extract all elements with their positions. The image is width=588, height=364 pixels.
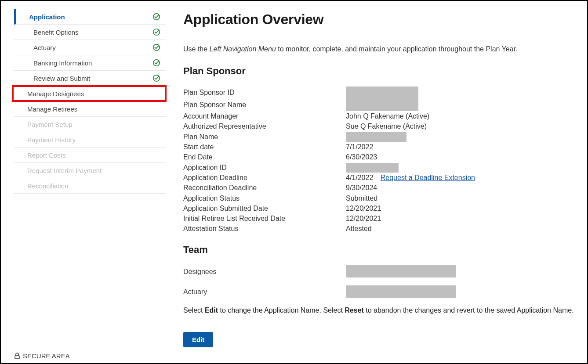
row-plan-sponsor-name: Plan Sponsor Name <box>183 99 574 111</box>
value: 12/20/2021 <box>346 203 381 213</box>
label: Authorized Representative <box>183 121 346 131</box>
row-plan-sponsor-id: Plan Sponsor ID <box>183 86 574 99</box>
nav-label: Review and Submit <box>33 75 90 82</box>
plan-sponsor-heading: Plan Sponsor <box>183 65 574 77</box>
secure-area-label: SECURE AREA <box>23 352 70 360</box>
row-reconciliation-deadline: Reconciliation Deadline 9/30/2024 <box>183 183 574 193</box>
value: 6/30/2023 <box>346 152 377 162</box>
row-application-id: Application ID <box>183 162 574 173</box>
label: Initial Retiree List Received Date <box>183 213 346 223</box>
redacted-value <box>346 163 399 173</box>
lock-icon <box>14 353 20 360</box>
value: Sue Q Fakename (Active) <box>346 121 427 131</box>
value: 4/1/2022 <box>346 174 373 181</box>
label: Attestation Status <box>183 223 346 234</box>
nav-label: Report Costs <box>27 151 66 159</box>
row-actuary: Actuary <box>183 285 574 298</box>
value: Submitted <box>346 193 377 203</box>
nav-label: Reconciliation <box>27 182 68 190</box>
nav-banking-information[interactable]: Banking Information <box>14 55 166 71</box>
nav-request-interim-payment: Request Interim Payment <box>14 163 166 178</box>
nav-manage-designees[interactable]: Manage Designees <box>14 86 166 101</box>
nav-label: Payment History <box>27 136 76 144</box>
label: End Date <box>183 152 346 162</box>
svg-point-0 <box>153 14 160 20</box>
row-start-date: Start date 7/1/2022 <box>183 142 574 152</box>
nav-label: Manage Retirees <box>27 105 77 113</box>
redacted-value <box>346 265 456 278</box>
row-application-submitted-date: Application Submitted Date 12/20/2021 <box>183 203 574 213</box>
label: Plan Name <box>183 132 346 142</box>
nav-label: Benefit Options <box>33 29 79 36</box>
nav-actuary[interactable]: Actuary <box>14 40 166 55</box>
row-attestation-status: Attestation Status Attested <box>183 223 574 234</box>
label: Account Manager <box>183 111 346 121</box>
nav-manage-retirees[interactable]: Manage Retirees <box>14 101 166 117</box>
svg-rect-5 <box>15 356 19 359</box>
nav-reconciliation: Reconciliation <box>14 178 166 194</box>
row-designees: Designees <box>183 265 574 278</box>
redacted-value <box>346 86 418 99</box>
row-authorized-rep: Authorized Representative Sue Q Fakename… <box>183 121 574 131</box>
nav-review-and-submit[interactable]: Review and Submit <box>14 71 166 86</box>
value: 9/30/2024 <box>346 183 377 193</box>
svg-point-1 <box>153 29 160 35</box>
nav-label: Banking Information <box>33 59 92 67</box>
nav-label: Actuary <box>33 44 56 51</box>
label: Application Status <box>183 193 346 203</box>
page-title: Application Overview <box>183 11 574 28</box>
nav-report-costs: Report Costs <box>14 148 166 163</box>
check-icon <box>152 59 161 67</box>
check-icon <box>152 28 161 36</box>
value: John Q Fakename (Active) <box>346 111 429 121</box>
nav-label: Application <box>29 13 65 21</box>
secure-area-indicator: SECURE AREA <box>14 352 70 360</box>
label: Designees <box>183 267 346 277</box>
nav-label: Manage Designees <box>27 90 84 97</box>
check-icon <box>152 13 161 21</box>
check-icon <box>152 43 161 51</box>
edit-button[interactable]: Edit <box>183 332 213 347</box>
svg-point-4 <box>153 75 160 81</box>
row-application-deadline: Application Deadline 4/1/2022 Request a … <box>183 173 574 183</box>
value: Attested <box>346 223 372 234</box>
label: Application Submitted Date <box>183 203 346 213</box>
redacted-value <box>346 132 407 142</box>
row-initial-retiree-list-received-date: Initial Retiree List Received Date 12/20… <box>183 213 574 223</box>
svg-point-2 <box>153 44 160 50</box>
row-account-manager: Account Manager John Q Fakename (Active) <box>183 111 574 121</box>
label: Plan Sponsor ID <box>183 87 346 97</box>
value: 7/1/2022 <box>346 142 373 152</box>
nav-payment-history: Payment History <box>14 132 166 148</box>
label: Start date <box>183 142 346 152</box>
label: Actuary <box>183 287 346 297</box>
label: Application Deadline <box>183 173 346 183</box>
redacted-value <box>346 285 456 298</box>
nav-payment-setup: Payment Setup <box>14 117 166 132</box>
redacted-value <box>346 99 418 111</box>
nav-label: Request Interim Payment <box>27 167 102 174</box>
left-nav: Application Benefit Options Actuary Bank… <box>14 9 166 347</box>
value: 12/20/2021 <box>346 213 381 223</box>
label: Reconciliation Deadline <box>183 183 346 193</box>
label: Plan Sponsor Name <box>183 100 346 110</box>
label: Application ID <box>183 162 346 173</box>
svg-point-3 <box>153 60 160 66</box>
edit-note: Select Edit to change the Application Na… <box>183 306 574 314</box>
team-heading: Team <box>183 244 574 256</box>
row-end-date: End Date 6/30/2023 <box>183 152 574 162</box>
row-plan-name: Plan Name <box>183 131 574 142</box>
request-deadline-extension-link[interactable]: Request a Deadline Extension <box>381 174 475 181</box>
row-application-status: Application Status Submitted <box>183 193 574 203</box>
nav-label: Payment Setup <box>27 121 73 128</box>
check-icon <box>152 74 161 82</box>
intro-text: Use the Left Navigation Menu to monitor,… <box>183 45 574 53</box>
nav-benefit-options[interactable]: Benefit Options <box>14 25 166 40</box>
nav-application[interactable]: Application <box>14 9 166 25</box>
